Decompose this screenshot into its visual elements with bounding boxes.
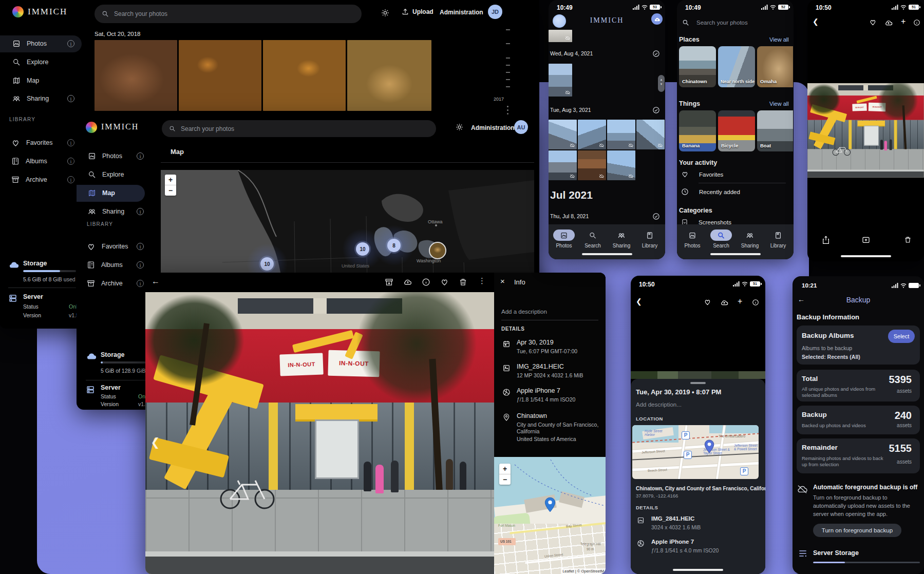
theme-toggle-icon[interactable] xyxy=(456,123,463,131)
nav-search[interactable]: Search xyxy=(707,231,736,248)
more-options-icon[interactable]: ⋮ xyxy=(478,276,486,285)
info-icon[interactable]: i xyxy=(137,208,144,215)
sidebar-item-map[interactable]: Map xyxy=(88,185,115,201)
photo-display[interactable]: IN-N-OUT IN-N-OUT xyxy=(807,83,924,178)
info-icon[interactable]: i xyxy=(67,95,74,102)
zoom-out-button[interactable]: − xyxy=(165,185,176,196)
sidebar-item-photos[interactable]: Photos xyxy=(88,148,122,164)
photo-mushroom-1[interactable] xyxy=(95,40,177,111)
sidebar-item-favorites[interactable]: Favorites xyxy=(11,135,52,151)
nav-sharing[interactable]: Sharing xyxy=(736,231,764,248)
info-icon[interactable]: i xyxy=(67,176,74,183)
search-input[interactable]: Search your photos xyxy=(162,120,436,137)
photo-thumbnail[interactable] xyxy=(549,64,572,97)
zoom-in-button[interactable]: + xyxy=(499,464,511,474)
select-all-icon[interactable] xyxy=(652,213,660,220)
search-input[interactable]: Search your photos xyxy=(95,5,362,23)
info-icon[interactable]: i xyxy=(137,152,144,160)
place-card-omaha[interactable]: Omaha xyxy=(757,46,793,87)
cloud-upload-icon[interactable] xyxy=(884,19,893,26)
turn-on-backup-button[interactable]: Turn on foreground backup xyxy=(813,524,901,537)
location-map[interactable]: The Embarcadero Jefferson Street Jeffers… xyxy=(632,425,759,479)
user-avatar[interactable]: AU xyxy=(514,120,528,134)
photo-thumbnail[interactable] xyxy=(578,120,606,149)
sidebar-item-explore[interactable]: Explore xyxy=(12,54,48,70)
sidebar-item-albums[interactable]: Albums xyxy=(11,153,47,169)
cloud-upload-icon[interactable] xyxy=(403,278,412,286)
photo-mushroom-2[interactable] xyxy=(179,40,261,111)
info-icon[interactable] xyxy=(913,19,920,26)
photo-display[interactable]: IN-N-OUT IN-N-OUT xyxy=(145,292,494,574)
timeline-scrubber[interactable]: 2017 xyxy=(501,26,516,118)
cloud-upload-icon[interactable] xyxy=(720,299,728,306)
map-cluster-marker[interactable]: 8 xyxy=(387,239,401,252)
add-icon[interactable]: + xyxy=(901,17,906,26)
nav-library[interactable]: Library xyxy=(635,231,664,248)
sidebar-item-albums[interactable]: Albums xyxy=(87,257,123,273)
info-icon[interactable] xyxy=(422,278,430,286)
zoom-out-button[interactable]: − xyxy=(499,474,511,485)
detail-bottom-sheet[interactable]: Tue, Apr 30, 2019 • 8:07 PM Add descript… xyxy=(631,379,765,574)
info-icon[interactable] xyxy=(752,299,759,306)
photo-thumbnail[interactable] xyxy=(549,120,577,149)
search-row[interactable]: Search your photos xyxy=(677,15,794,30)
close-icon[interactable]: × xyxy=(500,277,505,285)
thing-card-banana[interactable]: Banana xyxy=(679,110,716,151)
sidebar-item-sharing[interactable]: Sharing xyxy=(88,203,124,220)
photo-thumbnail[interactable] xyxy=(549,30,572,42)
map-zoom-control[interactable]: + − xyxy=(165,175,176,196)
activity-favorites-row[interactable]: Favorites xyxy=(681,170,723,178)
zoom-in-button[interactable]: + xyxy=(165,175,176,185)
select-all-icon[interactable] xyxy=(652,106,660,114)
back-icon[interactable]: ❮ xyxy=(813,17,819,26)
upload-button[interactable]: Upload xyxy=(402,8,433,15)
location-minimap[interactable]: Fort Mason Bay Street Union Street Teleg… xyxy=(494,457,606,574)
info-icon[interactable]: i xyxy=(137,280,144,287)
info-icon[interactable]: i xyxy=(67,139,74,146)
minimap-zoom-control[interactable]: + − xyxy=(499,464,511,485)
select-all-icon[interactable] xyxy=(652,50,660,58)
add-to-album-icon[interactable] xyxy=(862,236,870,244)
photo-thumbnail[interactable] xyxy=(636,120,665,149)
select-button[interactable]: Select xyxy=(888,330,915,343)
nav-search[interactable]: Search xyxy=(578,231,607,248)
photo-thumbnail[interactable] xyxy=(607,120,635,149)
sheet-drag-handle[interactable] xyxy=(690,382,706,384)
back-icon[interactable]: ← xyxy=(152,277,160,286)
trash-icon[interactable] xyxy=(459,278,467,286)
back-icon[interactable]: ❮ xyxy=(636,297,642,305)
heart-icon[interactable] xyxy=(704,298,711,306)
map-photo-marker[interactable] xyxy=(429,242,446,259)
share-icon[interactable] xyxy=(822,235,830,244)
sidebar-item-explore[interactable]: Explore xyxy=(88,166,124,183)
map-cluster-marker[interactable]: 10 xyxy=(356,242,369,256)
info-icon[interactable]: i xyxy=(137,261,144,269)
administration-link[interactable]: Administration xyxy=(471,124,515,131)
thing-card-bicycle[interactable]: Bicycle xyxy=(718,110,755,151)
nav-photos[interactable]: Photos xyxy=(678,231,707,248)
scrollbar-thumb[interactable]: ▲▼ xyxy=(658,75,665,92)
photo-thumbnail[interactable] xyxy=(549,150,577,180)
heart-icon[interactable] xyxy=(869,18,877,26)
place-card-chinatown[interactable]: Chinatown xyxy=(679,46,716,87)
photo-mushroom-basket[interactable] xyxy=(347,40,431,111)
photo-thumbnail[interactable] xyxy=(607,150,635,180)
sidebar-item-favorites[interactable]: Favorites xyxy=(87,238,128,255)
add-description-field[interactable]: Add description... xyxy=(636,401,682,408)
sidebar-item-archive[interactable]: Archive xyxy=(87,275,123,292)
map-cluster-marker[interactable]: 10 xyxy=(260,257,274,271)
theme-toggle-icon[interactable] xyxy=(381,9,389,17)
activity-recently-added-row[interactable]: Recently added xyxy=(681,188,740,196)
sidebar-item-archive[interactable]: Archive xyxy=(11,171,47,188)
nav-library[interactable]: Library xyxy=(764,231,793,248)
archive-icon[interactable] xyxy=(385,278,393,286)
photo-mushroom-3[interactable] xyxy=(263,40,346,111)
info-icon[interactable]: i xyxy=(67,40,74,47)
sidebar-item-photos-row[interactable]: Photos xyxy=(12,35,47,52)
photo-sliver[interactable] xyxy=(631,371,765,379)
previous-photo-icon[interactable]: ❮ xyxy=(150,436,160,449)
place-card-near-north-side[interactable]: Near north side xyxy=(718,46,755,87)
profile-avatar[interactable] xyxy=(651,13,663,25)
info-icon[interactable]: i xyxy=(67,158,74,165)
nav-photos[interactable]: Photos xyxy=(550,231,578,248)
